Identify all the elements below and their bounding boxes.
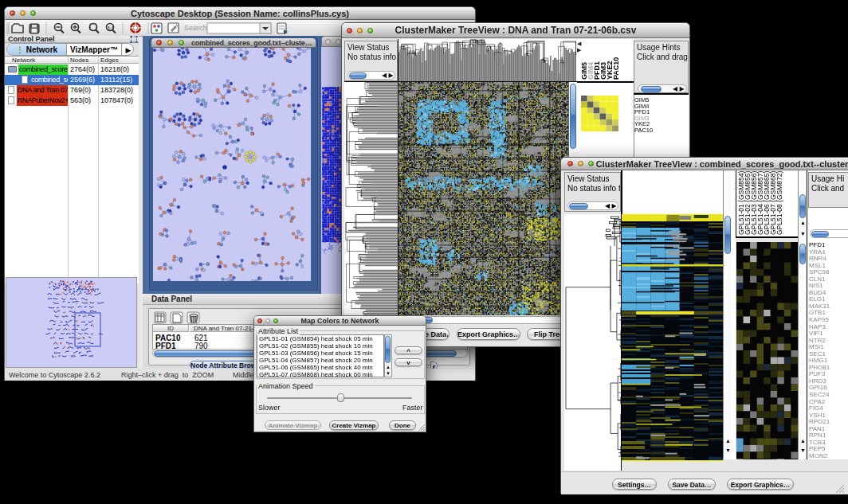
svg-text:Search:: Search: <box>184 24 209 32</box>
svg-text:1:1: 1:1 <box>108 25 114 30</box>
